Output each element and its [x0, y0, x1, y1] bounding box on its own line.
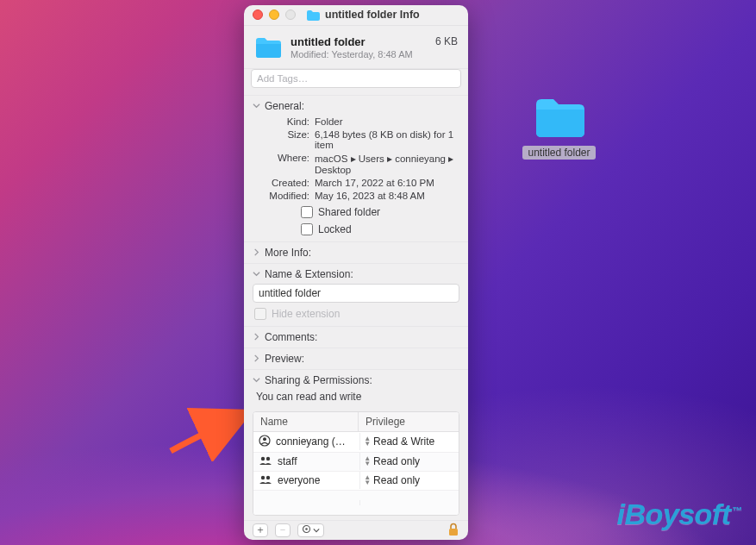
value-where: macOS ▸ Users ▸ connieyang ▸ Desktop: [315, 153, 459, 175]
watermark: iBoysoft™: [617, 498, 743, 531]
section-toggle-more-info[interactable]: More Info:: [253, 247, 459, 259]
folder-icon: [533, 96, 586, 139]
label-modified: Modified:: [263, 191, 309, 201]
label-where: Where:: [263, 153, 309, 175]
table-row[interactable]: staff ▲▼ Read only: [253, 453, 459, 472]
lock-icon[interactable]: [447, 523, 459, 538]
svg-point-2: [261, 456, 265, 460]
svg-point-5: [266, 475, 270, 479]
chevron-down-icon: [313, 525, 320, 536]
tags-input[interactable]: [251, 69, 461, 88]
item-modified-summary: Modified: Yesterday, 8:48 AM: [291, 49, 427, 60]
section-toggle-comments[interactable]: Comments:: [253, 331, 459, 343]
titlebar[interactable]: untitled folder Info: [244, 5, 468, 26]
perm-privilege: Read only: [373, 455, 420, 467]
perm-name: staff: [278, 455, 297, 467]
section-name-extension: Name & Extension: Hide extension: [244, 264, 468, 327]
minimize-button[interactable]: [269, 9, 279, 20]
sharing-note: You can read and write: [256, 391, 459, 403]
shared-folder-checkbox[interactable]: Shared folder: [301, 206, 459, 218]
label-size: Size:: [263, 129, 309, 150]
hide-extension-checkbox: Hide extension: [254, 308, 459, 320]
svg-rect-8: [449, 529, 458, 536]
group-icon: [259, 455, 272, 468]
folder-icon: [306, 9, 320, 21]
column-header-name[interactable]: Name: [253, 412, 358, 431]
section-toggle-sharing[interactable]: Sharing & Permissions:: [253, 374, 459, 386]
chevron-down-icon: [253, 376, 260, 384]
section-preview: Preview:: [244, 348, 468, 370]
table-row-empty: [253, 491, 459, 515]
gear-icon: [302, 524, 311, 536]
chevron-down-icon: [253, 270, 260, 278]
window-traffic-lights: [253, 9, 296, 20]
table-row[interactable]: connieyang (… ▲▼ Read & Write: [253, 432, 459, 453]
chevron-right-icon: [253, 333, 260, 341]
group-icon: [259, 474, 272, 487]
add-user-button[interactable]: ＋: [253, 523, 268, 537]
window-title: untitled folder Info: [325, 9, 420, 21]
stepper-arrows-icon[interactable]: ▲▼: [364, 475, 371, 485]
section-sharing-permissions: Sharing & Permissions: You can read and …: [244, 370, 468, 520]
person-circle-icon: [259, 435, 271, 449]
table-row[interactable]: everyone ▲▼ Read only: [253, 472, 459, 491]
permissions-table: Name Privilege connieyang (… ▲▼ Read & W…: [253, 411, 459, 516]
perm-privilege: Read & Write: [373, 435, 434, 448]
svg-point-4: [261, 475, 265, 479]
perm-privilege: Read only: [373, 474, 420, 486]
zoom-button: [285, 9, 296, 20]
chevron-right-icon: [253, 354, 260, 362]
section-general: General: Kind: Folder Size: 6,148 bytes …: [244, 96, 468, 242]
action-menu-button[interactable]: [297, 523, 324, 537]
folder-icon: [254, 34, 282, 61]
desktop-folder-label: untitled folder: [522, 146, 595, 160]
remove-user-button: －: [275, 523, 291, 537]
column-header-privilege[interactable]: Privilege: [358, 412, 459, 431]
section-toggle-general[interactable]: General:: [253, 100, 459, 112]
chevron-right-icon: [253, 248, 260, 256]
svg-point-3: [266, 456, 270, 460]
locked-checkbox[interactable]: Locked: [301, 223, 459, 235]
name-extension-input[interactable]: [253, 284, 459, 303]
svg-point-1: [263, 437, 266, 441]
info-header: untitled folder Modified: Yesterday, 8:4…: [244, 26, 468, 69]
chevron-down-icon: [253, 102, 260, 110]
value-created: March 17, 2022 at 6:10 PM: [315, 178, 459, 188]
item-size-summary: 6 KB: [435, 35, 458, 47]
section-toggle-name-extension[interactable]: Name & Extension:: [253, 268, 459, 280]
value-size: 6,148 bytes (8 KB on disk) for 1 item: [315, 129, 459, 150]
permissions-footer: ＋ －: [244, 520, 468, 541]
get-info-window: untitled folder Info untitled folder Mod…: [244, 5, 468, 540]
perm-name: everyone: [278, 474, 320, 486]
label-kind: Kind:: [263, 116, 309, 127]
item-name: untitled folder: [291, 35, 427, 48]
close-button[interactable]: [253, 9, 263, 20]
stepper-arrows-icon[interactable]: ▲▼: [364, 436, 371, 447]
value-modified: May 16, 2023 at 8:48 AM: [315, 191, 459, 201]
section-toggle-preview[interactable]: Preview:: [253, 353, 459, 365]
label-created: Created:: [263, 178, 309, 188]
perm-name: connieyang (…: [276, 435, 346, 448]
section-more-info: More Info:: [244, 242, 468, 264]
section-comments: Comments:: [244, 327, 468, 348]
desktop-folder-item[interactable]: untitled folder: [522, 96, 596, 160]
svg-point-7: [305, 528, 308, 530]
value-kind: Folder: [315, 116, 459, 127]
stepper-arrows-icon[interactable]: ▲▼: [364, 456, 371, 467]
